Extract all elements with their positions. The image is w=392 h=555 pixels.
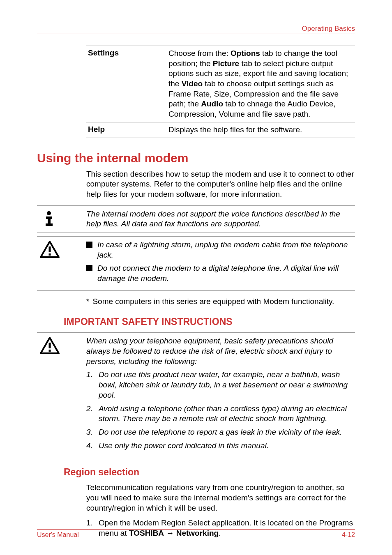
list-item: Do not use the telephone to report a gas… — [86, 427, 355, 438]
list-item: Use only the power cord indicated in thi… — [86, 441, 355, 451]
table-label-settings: Settings — [86, 48, 168, 120]
list-item: Do not connect the modem to a digital te… — [86, 263, 355, 283]
bullet-icon — [86, 242, 92, 248]
warning-icon — [37, 336, 86, 355]
table-value-settings: Choose from the: Options tab to change t… — [168, 48, 355, 120]
svg-rect-6 — [49, 343, 51, 348]
page-footer: User's Manual 4-12 — [37, 529, 355, 539]
warning-icon — [37, 240, 86, 259]
svg-rect-7 — [49, 350, 51, 352]
heading-internal-modem: Using the internal modem — [37, 151, 355, 165]
settings-table: Settings Choose from the: Options tab to… — [86, 46, 355, 138]
table-row: Help Displays the help files for the sof… — [86, 122, 355, 138]
region-intro-paragraph: Telecommunication regulations vary from … — [86, 483, 355, 513]
safety-intro-text: When using your telephone equipment, bas… — [86, 336, 355, 451]
svg-point-0 — [47, 211, 51, 215]
heading-region: Region selection — [64, 467, 355, 478]
page-header: Operating Basics — [37, 25, 355, 34]
note-text: The internal modem does not support the … — [86, 209, 355, 229]
list-item: Avoid using a telephone (other than a co… — [86, 404, 355, 424]
bullet-icon — [86, 265, 92, 271]
divider — [37, 455, 355, 455]
breadcrumb: Operating Basics — [302, 25, 355, 32]
svg-rect-3 — [46, 223, 53, 226]
svg-rect-5 — [49, 253, 51, 256]
modem-footnote: * Some computers in this series are equi… — [86, 297, 355, 307]
modem-intro-paragraph: This section describes how to setup the … — [86, 169, 355, 200]
table-label-help: Help — [86, 125, 168, 135]
table-row: Settings Choose from the: Options tab to… — [86, 46, 355, 122]
heading-safety: IMPORTANT SAFETY INSTRUCTIONS — [64, 316, 355, 327]
footer-right: 4-12 — [342, 531, 355, 539]
info-icon — [37, 209, 86, 227]
footer-left: User's Manual — [37, 531, 79, 539]
note-callout: The internal modem does not support the … — [37, 205, 355, 233]
list-item: Do not use this product near water, for … — [86, 370, 355, 400]
list-item: In case of a lightning storm, unplug the… — [86, 240, 355, 260]
warning-bullet-list: In case of a lightning storm, unplug the… — [86, 240, 355, 287]
safety-warning-callout: When using your telephone equipment, bas… — [37, 332, 355, 451]
safety-ordered-list: Do not use this product near water, for … — [86, 370, 355, 451]
table-value-help: Displays the help files for the software… — [168, 125, 355, 135]
svg-rect-4 — [49, 246, 51, 252]
warning-callout: In case of a lightning storm, unplug the… — [37, 236, 355, 291]
